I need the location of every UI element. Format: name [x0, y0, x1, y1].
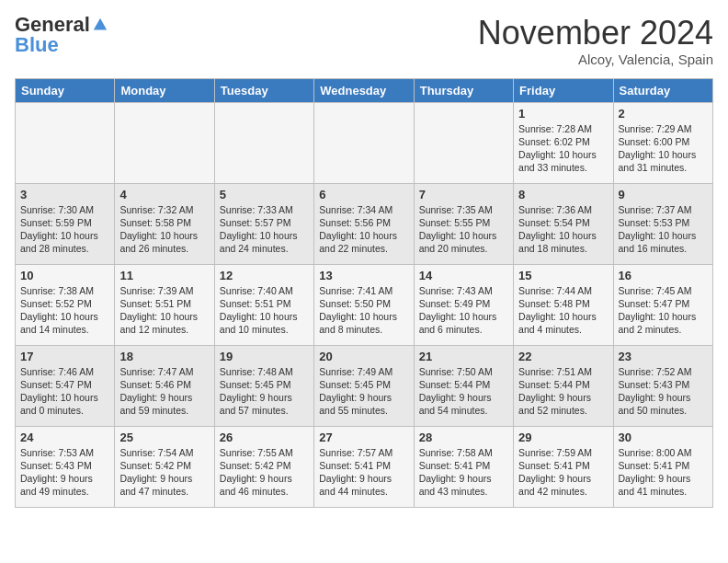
day-info: Sunrise: 7:33 AMSunset: 5:57 PMDaylight:…	[220, 203, 309, 256]
calendar-cell: 9Sunrise: 7:37 AMSunset: 5:53 PMDaylight…	[613, 183, 712, 264]
svg-marker-0	[94, 18, 107, 30]
day-info: Sunrise: 7:34 AMSunset: 5:56 PMDaylight:…	[319, 203, 408, 256]
location-text: Alcoy, Valencia, Spain	[478, 52, 713, 67]
month-title: November 2024	[478, 15, 713, 52]
calendar-cell: 1Sunrise: 7:28 AMSunset: 6:02 PMDaylight…	[514, 102, 613, 183]
day-number: 12	[220, 269, 309, 282]
calendar-cell: 8Sunrise: 7:36 AMSunset: 5:54 PMDaylight…	[514, 183, 613, 264]
calendar-header-row: SundayMondayTuesdayWednesdayThursdayFrid…	[16, 78, 713, 102]
day-number: 29	[518, 431, 608, 444]
day-number: 15	[518, 269, 608, 282]
calendar-cell: 6Sunrise: 7:34 AMSunset: 5:56 PMDaylight…	[314, 183, 414, 264]
title-block: November 2024 Alcoy, Valencia, Spain	[478, 15, 713, 67]
calendar-cell: 5Sunrise: 7:33 AMSunset: 5:57 PMDaylight…	[214, 183, 313, 264]
day-number: 30	[619, 431, 708, 444]
calendar-cell: 11Sunrise: 7:39 AMSunset: 5:51 PMDayligh…	[115, 264, 214, 345]
calendar-cell: 23Sunrise: 7:52 AMSunset: 5:43 PMDayligh…	[613, 345, 712, 426]
day-number: 14	[419, 269, 508, 282]
header-sunday: Sunday	[16, 78, 115, 102]
calendar-table: SundayMondayTuesdayWednesdayThursdayFrid…	[15, 78, 713, 508]
calendar-cell	[16, 102, 115, 183]
day-info: Sunrise: 7:44 AMSunset: 5:48 PMDaylight:…	[518, 284, 608, 337]
day-info: Sunrise: 7:37 AMSunset: 5:53 PMDaylight:…	[619, 203, 708, 256]
calendar-week-row: 3Sunrise: 7:30 AMSunset: 5:59 PMDaylight…	[16, 183, 713, 264]
header-friday: Friday	[514, 78, 613, 102]
day-number: 7	[419, 188, 508, 201]
day-number: 2	[619, 107, 708, 121]
calendar-cell: 14Sunrise: 7:43 AMSunset: 5:49 PMDayligh…	[414, 264, 513, 345]
calendar-cell: 16Sunrise: 7:45 AMSunset: 5:47 PMDayligh…	[613, 264, 712, 345]
calendar-cell: 3Sunrise: 7:30 AMSunset: 5:59 PMDaylight…	[16, 183, 115, 264]
calendar-cell: 24Sunrise: 7:53 AMSunset: 5:43 PMDayligh…	[16, 426, 115, 507]
calendar-cell: 18Sunrise: 7:47 AMSunset: 5:46 PMDayligh…	[115, 345, 214, 426]
day-number: 3	[20, 188, 109, 201]
calendar-cell	[214, 102, 313, 183]
day-info: Sunrise: 7:51 AMSunset: 5:44 PMDaylight:…	[518, 365, 608, 418]
day-number: 27	[319, 431, 408, 444]
day-info: Sunrise: 7:43 AMSunset: 5:49 PMDaylight:…	[419, 284, 508, 337]
header-wednesday: Wednesday	[314, 78, 414, 102]
header-saturday: Saturday	[613, 78, 712, 102]
day-info: Sunrise: 7:59 AMSunset: 5:41 PMDaylight:…	[518, 446, 608, 499]
calendar-cell: 29Sunrise: 7:59 AMSunset: 5:41 PMDayligh…	[514, 426, 613, 507]
day-info: Sunrise: 7:39 AMSunset: 5:51 PMDaylight:…	[119, 284, 209, 337]
calendar-cell: 2Sunrise: 7:29 AMSunset: 6:00 PMDaylight…	[613, 102, 712, 183]
calendar-cell: 17Sunrise: 7:46 AMSunset: 5:47 PMDayligh…	[16, 345, 115, 426]
day-info: Sunrise: 7:41 AMSunset: 5:50 PMDaylight:…	[319, 284, 408, 337]
header-thursday: Thursday	[414, 78, 513, 102]
day-info: Sunrise: 7:36 AMSunset: 5:54 PMDaylight:…	[518, 203, 608, 256]
day-info: Sunrise: 7:50 AMSunset: 5:44 PMDaylight:…	[419, 365, 508, 418]
calendar-cell: 7Sunrise: 7:35 AMSunset: 5:55 PMDaylight…	[414, 183, 513, 264]
day-number: 16	[619, 269, 708, 282]
day-info: Sunrise: 7:57 AMSunset: 5:41 PMDaylight:…	[319, 446, 408, 499]
calendar-week-row: 17Sunrise: 7:46 AMSunset: 5:47 PMDayligh…	[16, 345, 713, 426]
day-info: Sunrise: 7:58 AMSunset: 5:41 PMDaylight:…	[419, 446, 508, 499]
day-number: 9	[619, 188, 708, 201]
calendar-cell: 20Sunrise: 7:49 AMSunset: 5:45 PMDayligh…	[314, 345, 414, 426]
day-number: 10	[20, 269, 109, 282]
day-info: Sunrise: 7:46 AMSunset: 5:47 PMDaylight:…	[20, 365, 109, 418]
logo-general-text: General	[15, 15, 90, 35]
day-number: 8	[518, 188, 608, 201]
logo: General Blue	[15, 15, 108, 55]
calendar-cell: 22Sunrise: 7:51 AMSunset: 5:44 PMDayligh…	[514, 345, 613, 426]
day-number: 23	[619, 350, 708, 363]
day-number: 28	[419, 431, 508, 444]
day-number: 6	[319, 188, 408, 201]
calendar-cell: 21Sunrise: 7:50 AMSunset: 5:44 PMDayligh…	[414, 345, 513, 426]
calendar-cell: 26Sunrise: 7:55 AMSunset: 5:42 PMDayligh…	[214, 426, 313, 507]
day-info: Sunrise: 7:32 AMSunset: 5:58 PMDaylight:…	[119, 203, 209, 256]
day-number: 11	[119, 269, 209, 282]
calendar-cell	[314, 102, 414, 183]
day-info: Sunrise: 7:45 AMSunset: 5:47 PMDaylight:…	[619, 284, 708, 337]
calendar-cell: 13Sunrise: 7:41 AMSunset: 5:50 PMDayligh…	[314, 264, 414, 345]
day-info: Sunrise: 7:47 AMSunset: 5:46 PMDaylight:…	[119, 365, 209, 418]
page-header: General Blue November 2024 Alcoy, Valenc…	[15, 15, 713, 67]
day-info: Sunrise: 7:53 AMSunset: 5:43 PMDaylight:…	[20, 446, 109, 499]
logo-icon	[92, 17, 108, 33]
calendar-cell	[414, 102, 513, 183]
day-info: Sunrise: 7:49 AMSunset: 5:45 PMDaylight:…	[319, 365, 408, 418]
day-info: Sunrise: 7:55 AMSunset: 5:42 PMDaylight:…	[220, 446, 309, 499]
day-number: 26	[220, 431, 309, 444]
calendar-cell: 10Sunrise: 7:38 AMSunset: 5:52 PMDayligh…	[16, 264, 115, 345]
day-info: Sunrise: 7:54 AMSunset: 5:42 PMDaylight:…	[119, 446, 209, 499]
calendar-cell: 12Sunrise: 7:40 AMSunset: 5:51 PMDayligh…	[214, 264, 313, 345]
day-info: Sunrise: 7:48 AMSunset: 5:45 PMDaylight:…	[220, 365, 309, 418]
day-number: 13	[319, 269, 408, 282]
calendar-cell: 28Sunrise: 7:58 AMSunset: 5:41 PMDayligh…	[414, 426, 513, 507]
header-tuesday: Tuesday	[214, 78, 313, 102]
calendar-cell	[115, 102, 214, 183]
day-info: Sunrise: 7:52 AMSunset: 5:43 PMDaylight:…	[619, 365, 708, 418]
day-info: Sunrise: 7:40 AMSunset: 5:51 PMDaylight:…	[220, 284, 309, 337]
day-number: 21	[419, 350, 508, 363]
calendar-cell: 4Sunrise: 7:32 AMSunset: 5:58 PMDaylight…	[115, 183, 214, 264]
day-info: Sunrise: 8:00 AMSunset: 5:41 PMDaylight:…	[619, 446, 708, 499]
calendar-cell: 19Sunrise: 7:48 AMSunset: 5:45 PMDayligh…	[214, 345, 313, 426]
day-number: 4	[119, 188, 209, 201]
day-number: 24	[20, 431, 109, 444]
calendar-cell: 15Sunrise: 7:44 AMSunset: 5:48 PMDayligh…	[514, 264, 613, 345]
day-info: Sunrise: 7:30 AMSunset: 5:59 PMDaylight:…	[20, 203, 109, 256]
day-number: 20	[319, 350, 408, 363]
calendar-cell: 25Sunrise: 7:54 AMSunset: 5:42 PMDayligh…	[115, 426, 214, 507]
